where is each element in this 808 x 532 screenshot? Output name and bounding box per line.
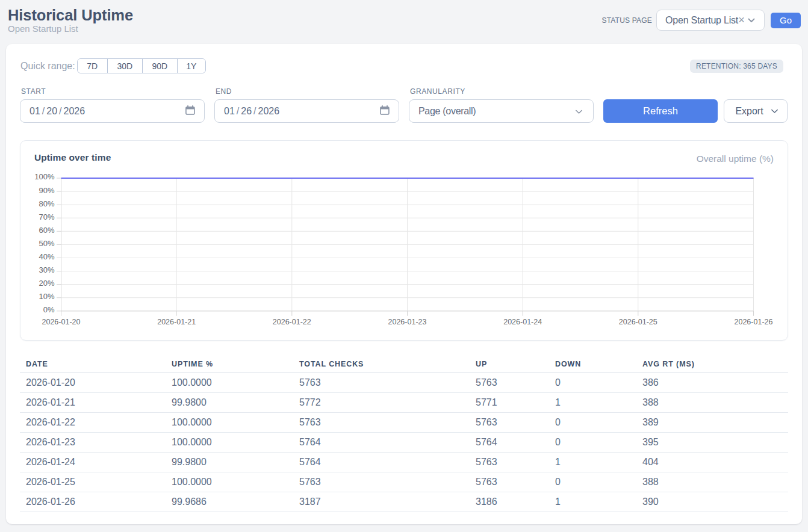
svg-text:40%: 40% bbox=[39, 252, 54, 261]
svg-text:10%: 10% bbox=[39, 292, 54, 301]
svg-text:2026-01-26: 2026-01-26 bbox=[735, 318, 773, 326]
svg-text:2026-01-20: 2026-01-20 bbox=[42, 318, 81, 326]
svg-text:2026-01-25: 2026-01-25 bbox=[619, 318, 657, 326]
svg-text:80%: 80% bbox=[39, 199, 54, 208]
svg-text:50%: 50% bbox=[39, 239, 54, 248]
svg-text:2026-01-21: 2026-01-21 bbox=[157, 318, 196, 326]
svg-text:2026-01-24: 2026-01-24 bbox=[503, 318, 542, 326]
svg-text:60%: 60% bbox=[39, 226, 54, 235]
svg-text:0%: 0% bbox=[43, 305, 55, 314]
svg-text:20%: 20% bbox=[39, 279, 54, 288]
svg-text:2026-01-23: 2026-01-23 bbox=[388, 318, 427, 326]
svg-text:2026-01-22: 2026-01-22 bbox=[273, 318, 311, 326]
svg-text:100%: 100% bbox=[34, 172, 55, 181]
svg-text:30%: 30% bbox=[39, 265, 54, 274]
svg-text:90%: 90% bbox=[39, 186, 54, 195]
svg-text:70%: 70% bbox=[39, 212, 54, 221]
